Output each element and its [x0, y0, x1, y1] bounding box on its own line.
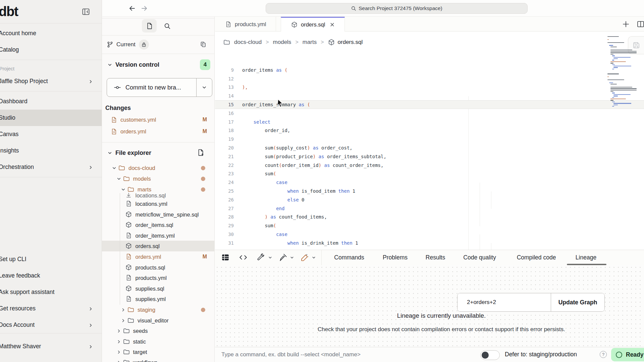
sidebar-item-catalog[interactable]: Catalog: [0, 42, 102, 58]
bottom-tab-commands[interactable]: Commands: [334, 250, 364, 265]
build-wrench-icon[interactable]: [256, 253, 265, 262]
breadcrumb-part[interactable]: docs-cloud: [234, 39, 262, 46]
lineage-selector-input[interactable]: [458, 293, 551, 311]
code-view-icon[interactable]: [239, 253, 248, 262]
tree-item-products-sql[interactable]: products.sql: [102, 262, 214, 273]
bottom-tab-results[interactable]: Results: [426, 250, 445, 265]
code-text: case: [242, 232, 287, 237]
tree-item-label: static: [133, 339, 146, 345]
sidebar-item-account-home[interactable]: Account home: [0, 25, 102, 42]
breadcrumb-separator: >: [321, 39, 324, 45]
file-icon: [125, 253, 132, 260]
tree-item-workflows[interactable]: workflows: [102, 357, 214, 362]
format-broom-icon[interactable]: [279, 253, 287, 262]
code-minimap[interactable]: [607, 36, 636, 113]
tree-item-staging[interactable]: staging: [102, 304, 214, 315]
line-number: 9: [215, 67, 234, 73]
tree-item-visual-editor[interactable]: visual_editor: [102, 315, 214, 326]
changed-file-row[interactable]: orders.ymlM: [102, 126, 214, 137]
tree-item-order-items-yml[interactable]: order_items.yml: [102, 230, 214, 241]
bottom-tab-compiled-code[interactable]: Compiled code: [517, 250, 556, 265]
tree-item-target[interactable]: target: [102, 347, 214, 357]
chevron-right-icon: [116, 339, 121, 344]
version-control-section-header[interactable]: Version control 4: [102, 58, 214, 72]
chevron-right-icon: [88, 165, 93, 170]
code-text: sum(supply_cost) as order_cost,: [242, 145, 353, 150]
tree-item-docs-cloud[interactable]: docs-cloud: [102, 163, 214, 173]
tree-item-orders-sql[interactable]: orders.sql: [102, 241, 214, 251]
tree-item-supplies-sql[interactable]: supplies.sql: [102, 283, 214, 294]
sidebar-item-leave-feedback[interactable]: Leave feedback: [0, 267, 102, 284]
forward-arrow-icon[interactable]: [140, 4, 148, 12]
changed-file-row[interactable]: customers.ymlM: [102, 114, 214, 125]
command-input[interactable]: [221, 349, 456, 360]
bottom-tab-lineage[interactable]: Lineage: [576, 250, 596, 265]
tree-item-label: supplies.yml: [136, 296, 166, 302]
code-line-27: 27 end: [215, 204, 644, 213]
copy-branch-icon[interactable]: [200, 41, 207, 48]
new-file-icon[interactable]: [197, 149, 204, 156]
chevron-down-icon[interactable]: [290, 255, 294, 260]
modified-badge: M: [203, 254, 207, 260]
defer-toggle[interactable]: [480, 350, 500, 360]
code-content[interactable]: 9order_items as (1213),1415order_items_s…: [215, 53, 644, 250]
help-question-icon[interactable]: ?: [600, 351, 607, 358]
sidebar-item-studio[interactable]: Studio: [0, 110, 102, 126]
tree-item-locations-sql[interactable]: locations.sql: [102, 193, 214, 198]
sidebar-item-set-up-cli[interactable]: Set up CLI: [0, 251, 102, 267]
commit-button[interactable]: Commit to new bra...: [107, 78, 196, 97]
tree-item-metricflow-time-spine-sql[interactable]: metricflow_time_spine.sql: [102, 209, 214, 220]
breadcrumb-part[interactable]: models: [273, 39, 291, 46]
back-arrow-icon[interactable]: [128, 4, 136, 12]
sidebar-item-ask-support-assistant[interactable]: Ask support assistant: [0, 284, 102, 300]
bottom-tab-problems[interactable]: Problems: [383, 250, 408, 265]
folder-icon: [127, 306, 134, 313]
chevron-right-icon: [116, 328, 121, 334]
ai-magic-pencil-icon[interactable]: [301, 253, 309, 262]
close-tab-icon[interactable]: [330, 22, 335, 27]
sidebar-user-menu[interactable]: Matthew Shaver: [0, 338, 102, 355]
breadcrumb-part[interactable]: marts: [303, 39, 317, 46]
tree-item-order-items-sql[interactable]: order_items.sql: [102, 220, 214, 230]
editor-tab-orders-sql[interactable]: orders.sql: [281, 17, 345, 32]
tree-item-products-yml[interactable]: products.yml: [102, 273, 214, 283]
tree-item-label: staging: [138, 307, 155, 313]
search-files-button[interactable]: [160, 19, 174, 33]
sidebar-item-get-resources[interactable]: Get resources: [0, 300, 102, 317]
minimap-line: [612, 64, 615, 65]
status-badge[interactable]: Ready: [611, 348, 644, 361]
code-text: order_id,: [242, 128, 290, 133]
sidebar-item-dashboard[interactable]: Dashboard: [0, 93, 102, 110]
file-icon: [111, 117, 117, 123]
sidebar-item-orchestration[interactable]: Orchestration: [0, 159, 102, 175]
file-explorer-section-header[interactable]: File explorer: [102, 146, 214, 160]
new-tab-icon[interactable]: [622, 20, 630, 28]
tree-item-seeds[interactable]: seeds: [102, 325, 214, 336]
commit-options-button[interactable]: [196, 78, 212, 97]
chevron-down-icon[interactable]: [312, 255, 316, 260]
tree-item-orders-yml[interactable]: orders.ymlM: [102, 251, 214, 262]
tree-item-label: models: [133, 176, 151, 182]
tree-item-static[interactable]: static: [102, 336, 214, 347]
editor-tab-products-yml[interactable]: products.yml: [215, 17, 276, 32]
project-search-input[interactable]: Search Project 372475 (Workspace): [266, 3, 528, 14]
tree-item-models[interactable]: models: [102, 173, 214, 184]
sidebar-item-canvas[interactable]: Canvas: [0, 126, 102, 142]
results-table-icon[interactable]: [221, 253, 230, 262]
bottom-tab-code-quality[interactable]: Code quality: [463, 250, 496, 265]
current-branch-row[interactable]: Current: [102, 35, 214, 54]
tree-item-supplies-yml[interactable]: supplies.yml: [102, 294, 214, 304]
code-line-32: 32 else 0: [215, 247, 644, 250]
collapse-sidebar-icon[interactable]: [82, 8, 90, 15]
sidebar-item-docs-account[interactable]: Docs Account: [0, 317, 102, 333]
update-graph-button[interactable]: Update Graph: [551, 293, 604, 311]
file-explorer-view-button[interactable]: [142, 19, 157, 33]
sidebar-item-insights[interactable]: Insights: [0, 142, 102, 159]
split-editor-icon[interactable]: [637, 20, 644, 28]
chevron-down-icon: [121, 187, 126, 192]
sidebar-item-jaffle-shop-project[interactable]: Jaffle Shop Project: [0, 73, 102, 89]
code-editor: products.ymlorders.sql docs-cloud>models…: [215, 17, 644, 250]
tree-item-locations-yml[interactable]: locations.yml: [102, 198, 214, 209]
folder-icon: [127, 317, 134, 324]
chevron-down-icon[interactable]: [268, 255, 272, 260]
